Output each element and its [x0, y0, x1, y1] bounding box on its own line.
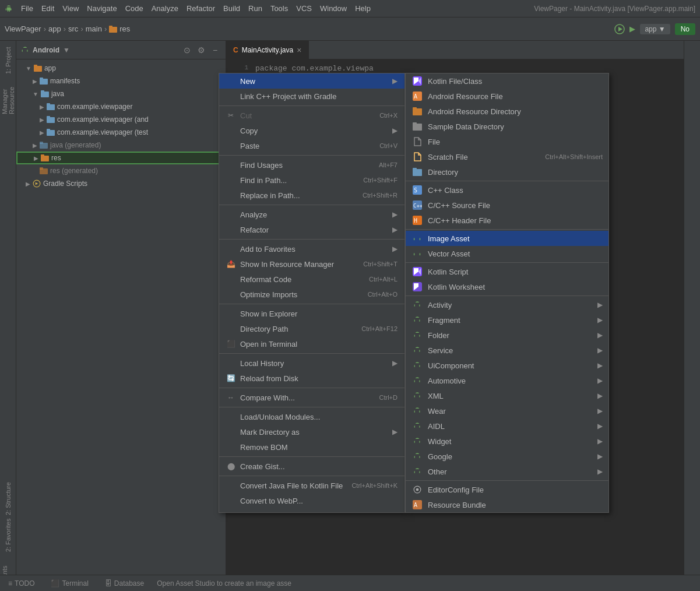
sub-fragment[interactable]: Fragment ▶ — [406, 312, 608, 328]
ctx-mark-dir[interactable]: Mark Directory as ▶ — [219, 424, 404, 439]
ctx-analyze[interactable]: Analyze ▶ — [219, 207, 404, 222]
ctx-directory-path[interactable]: Directory Path Ctrl+Alt+F12 — [219, 321, 404, 336]
ctx-local-history[interactable]: Local History ▶ — [219, 356, 404, 371]
ctx-optimize-imports[interactable]: Optimize Imports Ctrl+Alt+O — [219, 287, 404, 302]
breadcrumb-res[interactable]: res — [119, 24, 130, 33]
tree-item-java[interactable]: ▼ java — [16, 87, 226, 100]
android-dropdown[interactable]: ▼ — [63, 46, 70, 54]
ctx-replace-in-path[interactable]: Replace in Path... Ctrl+Shift+R — [219, 188, 404, 203]
sub-scratch-file[interactable]: Scratch File Ctrl+Alt+Shift+Insert — [406, 149, 608, 164]
sub-kotlin-worksheet[interactable]: Kotlin Worksheet — [406, 279, 608, 294]
menu-refactor[interactable]: Refactor — [183, 3, 219, 14]
menu-vcs[interactable]: VCS — [293, 3, 315, 14]
ctx-load-unload[interactable]: Load/Unload Modules... — [219, 409, 404, 424]
tree-item-gradle[interactable]: ▶ Gradle Scripts — [16, 177, 226, 190]
ctx-paste[interactable]: Paste Ctrl+V — [219, 138, 404, 153]
breadcrumb-app[interactable]: app — [48, 24, 61, 33]
tree-item-pkg1[interactable]: ▶ com.example.viewpager — [16, 100, 226, 113]
ctx-find-in-path[interactable]: Find in Path... Ctrl+Shift+F — [219, 173, 404, 188]
sub-service[interactable]: Service ▶ — [406, 343, 608, 358]
sub-activity[interactable]: Activity ▶ — [406, 297, 608, 312]
status-database-tab[interactable]: 🗄 Database — [101, 578, 147, 589]
sub-google[interactable]: Google ▶ — [406, 449, 608, 464]
sub-android-resource-dir[interactable]: Android Resource Directory — [406, 104, 608, 119]
run-app-label[interactable]: ▶ — [629, 24, 635, 33]
sub-file[interactable]: File — [406, 134, 608, 149]
sub-editorconfig[interactable]: EditorConfig File — [406, 482, 608, 497]
sub-cpp-source[interactable]: C++ C/C++ Source File — [406, 198, 608, 213]
ctx-link-cpp[interactable]: Link C++ Project with Gradle — [219, 89, 404, 104]
sidebar-structure-tab[interactable]: 2: Structure — [1, 481, 15, 516]
ctx-add-favorites[interactable]: Add to Favorites ▶ — [219, 241, 404, 256]
sub-sample-data-dir[interactable]: Sample Data Directory — [406, 119, 608, 134]
ctx-convert-kotlin[interactable]: Convert Java File to Kotlin File Ctrl+Al… — [219, 478, 404, 493]
tab-close-button[interactable]: × — [297, 45, 301, 55]
sub-wear[interactable]: Wear ▶ — [406, 403, 608, 418]
locate-icon[interactable]: ⊙ — [181, 44, 193, 56]
tree-item-java-gen[interactable]: ▶ java (generated) — [16, 139, 226, 152]
status-terminal-tab[interactable]: ⬛ Terminal — [47, 578, 92, 589]
ctx-copy[interactable]: Copy ▶ — [219, 123, 404, 138]
sub-aidl[interactable]: AIDL ▶ — [406, 418, 608, 434]
sub-android-resource-file[interactable]: A Android Resource File — [406, 89, 608, 104]
ctx-refactor[interactable]: Refactor ▶ — [219, 222, 404, 237]
app-dropdown[interactable]: app ▼ — [640, 24, 670, 34]
ctx-compare-with[interactable]: ↔ Compare With... Ctrl+D — [219, 390, 404, 405]
tree-item-res[interactable]: ▶ res — [16, 152, 226, 164]
tree-item-pkg3[interactable]: ▶ com.example.viewpager (test — [16, 126, 226, 139]
menu-window[interactable]: Window — [316, 3, 350, 14]
sidebar-project-tab[interactable]: 1: Project — [1, 43, 15, 78]
ctx-reload-disk[interactable]: 🔄 Reload from Disk — [219, 371, 404, 386]
ctx-convert-webp[interactable]: Convert to WebP... — [219, 493, 404, 508]
ctx-remove-bom[interactable]: Remove BOM — [219, 439, 404, 455]
tree-item-manifests[interactable]: ▶ manifests — [16, 75, 226, 87]
breadcrumb-src[interactable]: src — [68, 24, 78, 33]
menu-code[interactable]: Code — [122, 3, 147, 14]
sub-other[interactable]: Other ▶ — [406, 464, 608, 479]
run-icon[interactable] — [614, 24, 625, 34]
minimize-icon[interactable]: − — [209, 44, 221, 56]
sub-image-asset[interactable]: Image Asset — [406, 231, 608, 246]
menu-file[interactable]: File — [17, 3, 37, 14]
sub-directory[interactable]: Directory — [406, 164, 608, 180]
ctx-find-usages[interactable]: Find Usages Alt+F7 — [219, 157, 404, 173]
sub-uicomponent[interactable]: UiComponent ▶ — [406, 358, 608, 373]
sub-automotive[interactable]: Automotive ▶ — [406, 373, 608, 388]
menu-tools[interactable]: Tools — [267, 3, 291, 14]
menu-navigate[interactable]: Navigate — [83, 3, 120, 14]
breadcrumb-main[interactable]: main — [86, 24, 102, 33]
sub-vector-asset[interactable]: Vector Asset — [406, 246, 608, 261]
sub-cpp-class[interactable]: S C++ Class — [406, 182, 608, 198]
menu-analyze[interactable]: Analyze — [148, 3, 182, 14]
menu-run[interactable]: Run — [245, 3, 266, 14]
editor-tab-mainactivity[interactable]: C MainActivity.java × — [226, 41, 309, 59]
ctx-open-terminal[interactable]: ⬛ Open in Terminal — [219, 336, 404, 351]
sidebar-resource-tab[interactable]: Resource Manager — [1, 79, 15, 114]
sub-kotlin-file[interactable]: Kotlin File/Class — [406, 73, 608, 89]
menu-view[interactable]: View — [59, 3, 82, 14]
tree-item-app[interactable]: ▼ app — [16, 62, 226, 75]
ctx-sep9 — [219, 456, 404, 457]
sub-widget[interactable]: Widget ▶ — [406, 434, 608, 449]
ctx-show-explorer[interactable]: Show in Explorer — [219, 306, 404, 321]
sub-kotlin-script[interactable]: Kotlin Script — [406, 264, 608, 279]
ctx-reformat[interactable]: Reformat Code Ctrl+Alt+L — [219, 272, 404, 287]
ctx-cut[interactable]: ✂ Cut Ctrl+X — [219, 108, 404, 123]
ctx-create-gist[interactable]: ⬤ Create Gist... — [219, 459, 404, 474]
tree-item-pkg2[interactable]: ▶ com.example.viewpager (and — [16, 113, 226, 126]
breadcrumb-viewpager[interactable]: ViewPager — [5, 24, 41, 33]
tree-item-res-gen[interactable]: ▶ res (generated) — [16, 164, 226, 177]
menu-edit[interactable]: Edit — [38, 3, 58, 14]
ctx-new[interactable]: New ▶ — [219, 73, 404, 89]
sub-resource-bundle[interactable]: A Resource Bundle — [406, 497, 608, 512]
settings-icon[interactable]: ⚙ — [195, 44, 207, 56]
no-devices-button[interactable]: No — [675, 23, 695, 35]
status-todo-tab[interactable]: ≡ TODO — [5, 578, 38, 589]
sub-xml[interactable]: XML ▶ — [406, 388, 608, 403]
sub-folder[interactable]: Folder ▶ — [406, 328, 608, 343]
menu-help[interactable]: Help — [351, 3, 374, 14]
ctx-show-resource-mgr[interactable]: 📤 Show In Resource Manager Ctrl+Shift+T — [219, 256, 404, 272]
sidebar-favorites-tab[interactable]: 2: Favorites — [1, 518, 15, 553]
menu-build[interactable]: Build — [220, 3, 244, 14]
sub-cpp-header[interactable]: H C/C++ Header File — [406, 213, 608, 228]
